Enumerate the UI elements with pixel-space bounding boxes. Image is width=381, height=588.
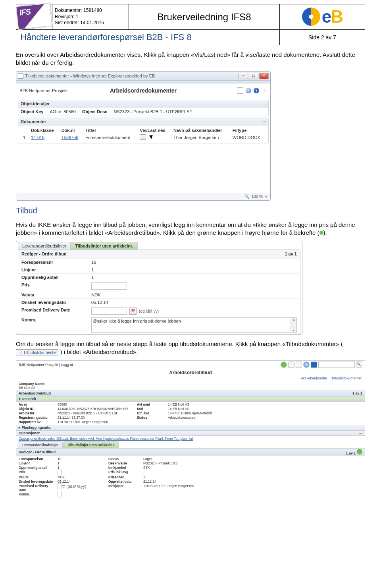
page-indicator: Side 2 av 7 [308,34,336,41]
v: NS2323 - Prosjekt B25 [143,461,234,465]
input-promised[interactable] [58,484,62,489]
zoom-value: 100 % [252,194,263,199]
k: Status [108,457,140,461]
form-title: Rediger - Ordre tilbud [21,251,67,256]
chevron-icon[interactable]: » [262,88,267,93]
close-button[interactable]: ✕ [259,73,269,79]
scroll-down-icon[interactable]: ▾ [291,329,296,332]
tab-tilbudslinjer[interactable]: Tilbudslinjer uten artikkelnr. [71,242,138,250]
k: Forespørselsnr [19,457,54,461]
cal-icon[interactable]: 📅 [62,485,65,489]
documents-table: Dok.klasse Dok.nr Tittel Vis/Last ned Na… [21,127,266,141]
k: Valuta [19,475,54,479]
textarea-komm[interactable]: Ønsker ikke å legge inn pris på denne jo… [91,317,297,333]
refresh-icon[interactable] [296,362,302,368]
form-title3: Rediger - Ordre tilbud [19,450,56,454]
paragraph-1: En oversikt over Arbeidsordredokumenter … [16,51,365,67]
zoom-icon: 🔍 [244,194,249,199]
col-nr[interactable]: Dok.nr [62,128,75,133]
object-key-value: AO nr: 80560 [50,109,75,114]
panel-title: Objektdetaljer [21,101,50,106]
row-klasse[interactable]: 14-016 [29,133,59,141]
confirm-green-icon [319,231,323,235]
rev: 1 [76,14,79,19]
k-status: Status [137,416,165,420]
changed: 14.01.2015 [80,20,104,25]
lbl-valuta: Valuta [18,291,88,298]
link-ao[interactable]: AO Arbeidsordre [301,376,327,380]
paragraph-2: Hvis du IKKE ønsker å legge inn tilbud p… [16,221,365,237]
v-status: Arbeidsforespørsel [168,416,244,420]
col-tittel[interactable]: Tittel [85,128,96,133]
lbl-pris: Pris [18,281,88,291]
lbl-linjenr: Linjenr [18,266,88,273]
v-utf: 14-4460 Distribusjon-Nettdrift [168,411,244,415]
v-rapp: THOBOR Thor-Jørgen Borgersen [58,420,134,424]
tab-lev[interactable]: Leverandørtilbudslinjer [18,441,63,448]
confirm-green-icon[interactable] [357,449,362,455]
form-pager: 1 av 1 [285,251,297,256]
minimize-button[interactable]: — [239,73,248,79]
ifs-logo: IFS [15,3,53,30]
scroll-up-icon[interactable]: ▴ [291,318,296,321]
k-rapp: Rapportert av [19,420,54,424]
sec-ops[interactable]: Operasjoner [19,431,40,435]
v-avtmed: 14 EB Nett AS [168,402,244,406]
paragraph-3: Om du ønsker å legge inn tilbud så er ne… [16,340,365,356]
col-vis[interactable]: Vis/Last ned [140,128,165,133]
col-filtype[interactable]: Filtype [233,128,246,133]
object-desc-value: NS2323 - Prosjekt B2B 1 - UTFØRELSE [114,109,192,114]
input-pris[interactable] [91,282,127,290]
maximize-button[interactable]: ☐ [249,73,258,79]
docnr: 1581480 [83,8,102,13]
k-regd: Registreringsdato [19,416,54,420]
col-klasse[interactable]: Dok.klasse [31,128,54,133]
v: 05.12.14 [58,480,105,484]
download-button[interactable] [140,134,146,140]
doc-icon[interactable] [237,87,243,94]
company-label: Company Name: [19,382,45,386]
v: 1 [143,475,234,479]
collapse-icon[interactable]: — [359,431,362,435]
confirm-icon[interactable] [281,362,287,368]
collapse-icon[interactable]: — [359,397,362,401]
tab-lin[interactable]: Tilbudslinjer uten artikkelnr. [63,441,119,448]
row-nr[interactable]: 1536758 [59,133,83,141]
eb-swirl-icon [302,8,320,26]
sec-generelt[interactable]: Generelt [22,397,37,401]
input-pris[interactable] [58,470,62,475]
v-objid: 14.046.3050.NS2323 KROKMANNVEGEN 156 [58,407,134,411]
v-regd: 21.11.14 13:27:30 [58,416,134,420]
zoom-dropdown-icon[interactable]: ▾ [265,194,267,199]
k-aonr: Ao nr [19,402,54,406]
pager: 1 av 1 [352,391,362,395]
input-promised-date[interactable] [91,308,127,315]
collapse-icon[interactable]: — [263,101,266,106]
sec-plan[interactable]: Planleggingsinfo. [22,426,52,429]
collapse-icon[interactable]: — [263,119,266,124]
help-icon[interactable]: ? [254,88,259,93]
sec-tilbud: Arbeidsordretilbud [19,391,51,395]
globe-icon[interactable] [246,88,251,93]
textarea-komm[interactable] [58,492,62,497]
lbl-komm: Komm. [18,316,88,334]
globe-icon[interactable] [303,362,310,368]
row-tittel: Forespørselsdokument [83,133,137,141]
doc-icon[interactable] [288,362,294,368]
help-icon[interactable] [311,362,317,368]
status-bar: 🔍 100 % ▾ [16,193,270,200]
val-levdato: 05.12.14 [88,299,300,306]
k: Opprettet dato [108,480,140,484]
search-icon[interactable]: 🔍 [356,362,362,368]
calendar-icon[interactable]: 📅 [129,308,137,315]
k: Pris inkl avg [108,470,140,475]
col-navn[interactable]: Navn på saksbehandler [173,128,222,133]
link-tilbudsdok[interactable]: Tilbudsdokumenter [331,376,362,380]
val-valuta: NOK [88,291,300,298]
k-objid: Objekt ID [19,407,54,411]
eb-logo: eB [302,7,343,27]
v: THOBOR Thor-Jørgen Borgersen [143,484,234,492]
cursor-icon [150,134,154,140]
search-input[interactable] [318,362,355,368]
tab-leverandor[interactable]: Leverandørtilbudslinjer [18,242,71,250]
